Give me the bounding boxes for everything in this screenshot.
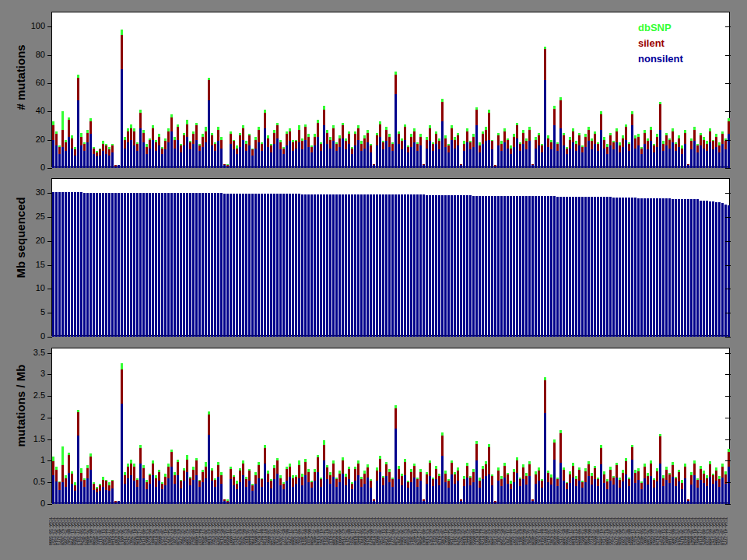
y-tick-label: 10: [2, 283, 45, 292]
legend-item-nonsilent: nonsilent: [638, 51, 683, 67]
mutations-count-bars: [52, 12, 731, 168]
y-tick-label: 2: [2, 412, 45, 422]
legend-item-silent: silent: [638, 36, 683, 51]
legend-item-dbsnp: dbSNP: [638, 20, 683, 36]
mb-sequenced-bars: [52, 179, 731, 337]
mutations-count-chart: [51, 12, 730, 167]
y-tick-label: 5: [2, 307, 45, 317]
y-tick-label: 2.5: [2, 390, 45, 400]
y-tick-label: 3.5: [2, 348, 45, 357]
y-tick-label: 0: [2, 163, 45, 172]
y-tick-label: 40: [2, 106, 45, 115]
y-tick-label: 1.5: [2, 434, 45, 443]
y-tick-label: 20: [2, 135, 45, 144]
y-tick-label: 15: [2, 260, 45, 269]
y-tick-label: 20: [2, 236, 45, 245]
y-tick-label: 80: [2, 50, 45, 59]
y-tick-label: 60: [2, 78, 45, 87]
y-axis-label-mutations: # mutations: [14, 70, 27, 110]
y-tick-label: 0: [2, 499, 45, 508]
mutations-per-mb-chart: [51, 348, 730, 503]
y-tick-label: 25: [2, 212, 45, 221]
mb-sequenced-chart: [51, 178, 730, 336]
chart-legend: dbSNP silent nonsilent: [638, 20, 683, 67]
mutations-per-mb-bars: [52, 348, 731, 504]
y-tick-label: 0: [2, 331, 45, 341]
y-tick-label: 30: [2, 187, 45, 197]
x-tick-labels: TCGA-10-1000TCGA-23-1257TCGA-36-1514TCGA…: [49, 517, 731, 560]
y-tick-label: 1: [2, 455, 45, 464]
x-tick-label: TCGA-41-2775: [724, 517, 728, 560]
y-tick-label: 100: [2, 21, 45, 30]
y-tick-label: 3: [2, 369, 45, 378]
y-tick-label: 0.5: [2, 477, 45, 486]
